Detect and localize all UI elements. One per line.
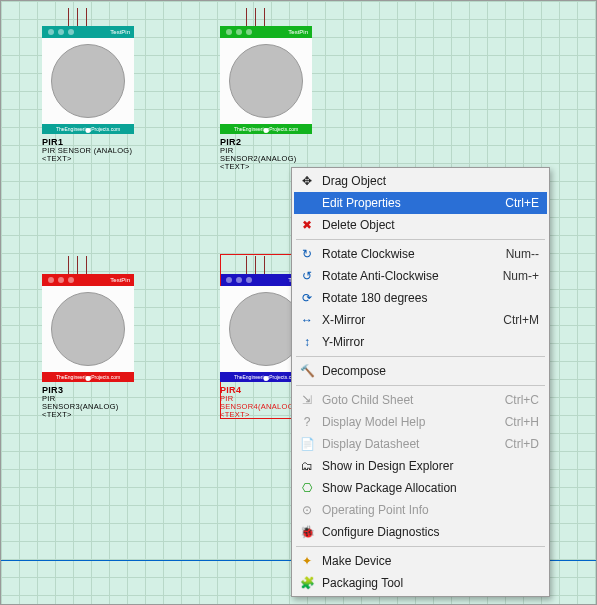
diag-icon: 🐞	[298, 523, 316, 541]
menu-item-label: Packaging Tool	[322, 576, 539, 590]
component-strip: TheEngineeringProjects.com	[220, 124, 312, 134]
menu-item-rotate-180-degrees[interactable]: ⟳Rotate 180 degrees	[294, 287, 547, 309]
pkgtool-icon: 🧩	[298, 574, 316, 592]
menu-item-y-mirror[interactable]: ↕Y-Mirror	[294, 331, 547, 353]
menu-separator	[296, 546, 545, 547]
component-board: TestPin	[42, 26, 134, 38]
pir-dome-icon	[51, 44, 125, 118]
help-icon: ?	[298, 413, 316, 431]
component-pins	[68, 6, 134, 26]
menu-item-goto-child-sheet: ⇲Goto Child SheetCtrl+C	[294, 389, 547, 411]
menu-item-label: Decompose	[322, 364, 539, 378]
component-body	[42, 38, 134, 124]
move-icon: ✥	[298, 172, 316, 190]
package-icon: ⎔	[298, 479, 316, 497]
menu-item-label: Goto Child Sheet	[322, 393, 505, 407]
menu-item-shortcut: Ctrl+M	[503, 313, 539, 327]
menu-item-label: Make Device	[322, 554, 539, 568]
decomp-icon: 🔨	[298, 362, 316, 380]
rot180-icon: ⟳	[298, 289, 316, 307]
menu-item-delete-object[interactable]: ✖Delete Object	[294, 214, 547, 236]
menu-item-label: Drag Object	[322, 174, 539, 188]
component-label: PIR1PIR SENSOR (ANALOG)<TEXT>	[42, 138, 134, 163]
blank-icon	[298, 194, 316, 212]
menu-item-rotate-anti-clockwise[interactable]: ↺Rotate Anti-ClockwiseNum-+	[294, 265, 547, 287]
mirx-icon: ↔	[298, 311, 316, 329]
menu-item-operating-point-info: ⊙Operating Point Info	[294, 499, 547, 521]
menu-item-edit-properties[interactable]: Edit PropertiesCtrl+E	[294, 192, 547, 214]
component-pir2[interactable]: TestPin TheEngineeringProjects.com PIR2P…	[220, 6, 312, 171]
menu-item-shortcut: Num-+	[503, 269, 539, 283]
menu-separator	[296, 385, 545, 386]
menu-separator	[296, 356, 545, 357]
component-pir3[interactable]: TestPin TheEngineeringProjects.com PIR3P…	[42, 254, 134, 419]
makedev-icon: ✦	[298, 552, 316, 570]
menu-item-label: Rotate Anti-Clockwise	[322, 269, 503, 283]
component-pins	[68, 254, 134, 274]
rotcw-icon: ↻	[298, 245, 316, 263]
goto-icon: ⇲	[298, 391, 316, 409]
component-pins	[246, 6, 312, 26]
menu-item-display-datasheet: 📄Display DatasheetCtrl+D	[294, 433, 547, 455]
context-menu: ✥Drag ObjectEdit PropertiesCtrl+E✖Delete…	[291, 167, 550, 597]
opinfo-icon: ⊙	[298, 501, 316, 519]
component-body	[220, 38, 312, 124]
data-icon: 📄	[298, 435, 316, 453]
menu-item-shortcut: Ctrl+C	[505, 393, 539, 407]
menu-item-make-device[interactable]: ✦Make Device	[294, 550, 547, 572]
component-board: TestPin	[220, 26, 312, 38]
menu-item-label: Show in Design Explorer	[322, 459, 539, 473]
menu-item-label: Operating Point Info	[322, 503, 539, 517]
menu-item-shortcut: Ctrl+E	[505, 196, 539, 210]
explorer-icon: 🗂	[298, 457, 316, 475]
menu-item-label: X-Mirror	[322, 313, 503, 327]
menu-item-display-model-help: ?Display Model HelpCtrl+H	[294, 411, 547, 433]
component-strip: TheEngineeringProjects.com	[42, 372, 134, 382]
delete-icon: ✖	[298, 216, 316, 234]
menu-item-packaging-tool[interactable]: 🧩Packaging Tool	[294, 572, 547, 594]
miry-icon: ↕	[298, 333, 316, 351]
menu-item-label: Edit Properties	[322, 196, 505, 210]
component-label: PIR3PIR SENSOR3(ANALOG)<TEXT>	[42, 386, 134, 419]
menu-item-shortcut: Ctrl+D	[505, 437, 539, 451]
menu-item-label: Delete Object	[322, 218, 539, 232]
menu-item-rotate-clockwise[interactable]: ↻Rotate ClockwiseNum--	[294, 243, 547, 265]
menu-item-label: Y-Mirror	[322, 335, 539, 349]
pir-dome-icon	[51, 292, 125, 366]
menu-item-decompose[interactable]: 🔨Decompose	[294, 360, 547, 382]
menu-item-label: Display Model Help	[322, 415, 505, 429]
menu-item-label: Display Datasheet	[322, 437, 505, 451]
menu-separator	[296, 239, 545, 240]
menu-item-show-package-allocation[interactable]: ⎔Show Package Allocation	[294, 477, 547, 499]
component-body	[42, 286, 134, 372]
rotccw-icon: ↺	[298, 267, 316, 285]
component-strip: TheEngineeringProjects.com	[42, 124, 134, 134]
component-pir1[interactable]: TestPin TheEngineeringProjects.com PIR1P…	[42, 6, 134, 163]
pir-dome-icon	[229, 44, 303, 118]
menu-item-shortcut: Num--	[506, 247, 539, 261]
menu-item-configure-diagnostics[interactable]: 🐞Configure Diagnostics	[294, 521, 547, 543]
menu-item-label: Show Package Allocation	[322, 481, 539, 495]
menu-item-shortcut: Ctrl+H	[505, 415, 539, 429]
menu-item-label: Configure Diagnostics	[322, 525, 539, 539]
menu-item-label: Rotate 180 degrees	[322, 291, 539, 305]
menu-item-x-mirror[interactable]: ↔X-MirrorCtrl+M	[294, 309, 547, 331]
menu-item-drag-object[interactable]: ✥Drag Object	[294, 170, 547, 192]
menu-item-label: Rotate Clockwise	[322, 247, 506, 261]
menu-item-show-in-design-explorer[interactable]: 🗂Show in Design Explorer	[294, 455, 547, 477]
component-board: TestPin	[42, 274, 134, 286]
